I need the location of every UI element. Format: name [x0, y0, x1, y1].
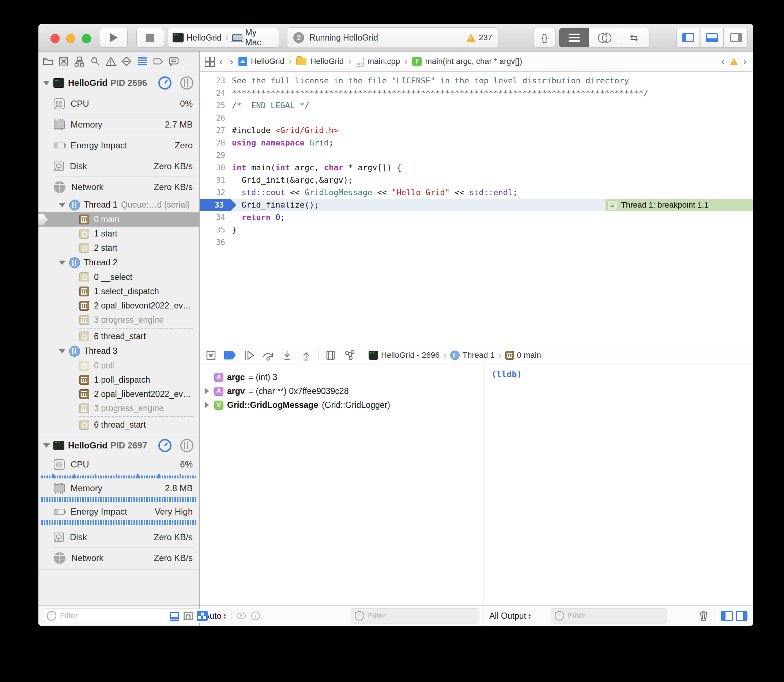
stack-frame-row[interactable]: 6 thread_start [38, 329, 199, 344]
assistant-editor-button[interactable] [589, 28, 619, 47]
close-button[interactable] [51, 34, 60, 43]
breadcrumb-thread[interactable]: Thread 1 [463, 351, 495, 360]
stat-row-energy[interactable]: Energy ImpactVery High [38, 503, 199, 520]
debug-navigator-icon[interactable] [136, 56, 148, 67]
disclosure-triangle-icon[interactable] [203, 402, 211, 408]
zoom-button[interactable] [82, 34, 91, 43]
disclosure-triangle-icon[interactable] [59, 203, 65, 207]
breadcrumb-frame[interactable]: 0 main [517, 351, 541, 360]
variable-row[interactable]: A argv = (char **) 0x7ffee9039c28 [203, 384, 479, 398]
stack-frame-row[interactable]: 0 poll [38, 359, 199, 373]
disclosure-triangle-icon[interactable] [203, 388, 211, 394]
thread-row[interactable]: Thread 3 [38, 344, 199, 359]
standard-editor-button[interactable] [559, 28, 589, 47]
code-snippets-button[interactable]: {} [533, 28, 556, 48]
variables-filter-field[interactable] [351, 608, 479, 623]
show-console-button[interactable] [736, 611, 747, 621]
breadcrumb-process[interactable]: HelloGrid - 2696 [381, 351, 439, 360]
stat-row-cpu[interactable]: CPU0% [38, 93, 199, 114]
threads-view-icon[interactable] [180, 439, 193, 452]
navigator-filter-field[interactable] [43, 609, 212, 623]
threads-view-icon[interactable] [180, 76, 193, 89]
stack-frame-row[interactable]: 2 start [38, 241, 199, 255]
print-description-icon[interactable]: i [251, 612, 260, 620]
process-row[interactable]: HelloGrid PID 2696 [38, 73, 199, 93]
line-number[interactable]: 30 [200, 161, 232, 174]
stack-frame-row[interactable]: 2 opal_libevent2022_ev… [38, 387, 199, 401]
breakpoint-navigator-icon[interactable] [152, 56, 164, 67]
performance-gauge-icon[interactable] [158, 439, 171, 452]
project-navigator-icon[interactable] [42, 56, 54, 67]
scheme-selector[interactable]: HelloGrid › My Mac [167, 28, 279, 48]
issue-navigator-icon[interactable] [105, 56, 117, 67]
process-row[interactable]: HelloGrid PID 2697 [38, 435, 199, 456]
variables-filter-input[interactable] [367, 611, 475, 621]
warning-count[interactable]: 237 [479, 33, 492, 42]
breadcrumb-project[interactable]: HelloGrid [251, 57, 284, 66]
step-out-button[interactable] [299, 349, 313, 362]
search-navigator-icon[interactable] [89, 56, 101, 67]
stack-frame-row[interactable]: 1 poll_dispatch [38, 373, 199, 387]
related-items-icon[interactable] [205, 57, 214, 66]
run-button[interactable] [100, 28, 128, 48]
show-variables-view-button[interactable] [721, 611, 733, 621]
line-number[interactable]: 28 [200, 137, 232, 149]
line-number[interactable]: 34 [200, 211, 232, 224]
stat-row-network[interactable]: NetworkZero KB/s [38, 548, 199, 568]
show-stack-frames-button[interactable] [197, 610, 208, 621]
variable-row[interactable]: A argc = (int) 3 [203, 370, 479, 384]
show-crashed-only-button[interactable] [183, 610, 194, 621]
line-number[interactable]: 26 [200, 112, 232, 124]
breakpoint-badge[interactable]: 33 [200, 199, 236, 211]
step-into-button[interactable] [280, 349, 294, 362]
test-navigator-icon[interactable] [121, 56, 133, 67]
previous-issue-button[interactable]: ‹ [720, 55, 726, 68]
line-number[interactable]: 32 [200, 186, 232, 199]
thread-row[interactable]: Thread 1 Queue:…d (serial) [38, 198, 199, 212]
breakpoint-annotation[interactable]: Thread 1: breakpoint 1.1 [605, 199, 753, 211]
forward-button[interactable]: › [228, 55, 235, 68]
line-number[interactable]: 35 [200, 224, 232, 236]
stat-row-memory[interactable]: Memory2.7 MB [38, 114, 199, 135]
console-filter-field[interactable] [551, 608, 667, 623]
stack-frame-row[interactable]: 3 progress_engine [38, 313, 199, 327]
activity-status-bar[interactable]: 2 Running HelloGrid 237 [287, 27, 498, 48]
breadcrumb-symbol[interactable]: main(int argc, char * argv[]) [425, 57, 522, 66]
version-editor-button[interactable]: ⇆ [619, 28, 649, 47]
line-number[interactable]: 29 [200, 149, 232, 161]
line-number[interactable]: 23 [200, 75, 232, 87]
stack-frame-row[interactable]: 1 select_dispatch [38, 284, 199, 299]
stop-button[interactable] [136, 28, 164, 48]
stack-frame-row[interactable]: 3 progress_engine [38, 401, 199, 416]
breadcrumb-file[interactable]: main.cpp [367, 57, 400, 66]
step-over-button[interactable] [261, 349, 275, 362]
variable-row[interactable]: V Grid::GridLogMessage (Grid::GridLogger… [203, 398, 479, 412]
stat-row-disk[interactable]: DiskZero KB/s [38, 527, 199, 548]
quick-look-icon[interactable] [236, 613, 246, 619]
stack-frame-row[interactable]: 0 __select [38, 270, 199, 284]
disclosure-triangle-icon[interactable] [59, 261, 65, 265]
memory-graph-button[interactable] [343, 349, 356, 362]
stat-row-energy[interactable]: Energy ImpactZero [38, 135, 199, 156]
toggle-navigator-button[interactable] [677, 28, 700, 47]
clear-console-button[interactable] [696, 609, 711, 622]
hide-debug-area-button[interactable] [204, 349, 218, 362]
console[interactable]: (lldb) [484, 364, 753, 605]
minimize-button[interactable] [66, 34, 75, 43]
disclosure-triangle-icon[interactable] [43, 81, 50, 85]
stat-row-network[interactable]: NetworkZero KB/s [38, 177, 199, 198]
stack-frame-row[interactable]: 1 start [38, 226, 199, 241]
stat-row-cpu[interactable]: CPU6% [38, 456, 199, 473]
continue-button[interactable] [242, 349, 256, 362]
line-number[interactable]: 36 [200, 236, 232, 249]
navigator-filter-input[interactable] [59, 611, 166, 621]
back-button[interactable]: ‹ [218, 55, 225, 68]
warning-icon[interactable] [730, 58, 738, 65]
stack-frame-row[interactable]: 0 main [38, 212, 199, 226]
toggle-inspector-button[interactable] [724, 28, 747, 47]
line-number[interactable]: 27 [200, 124, 232, 137]
console-filter-input[interactable] [567, 611, 663, 621]
show-running-only-button[interactable] [169, 610, 180, 621]
report-navigator-icon[interactable] [168, 56, 180, 67]
performance-gauge-icon[interactable] [158, 76, 171, 89]
